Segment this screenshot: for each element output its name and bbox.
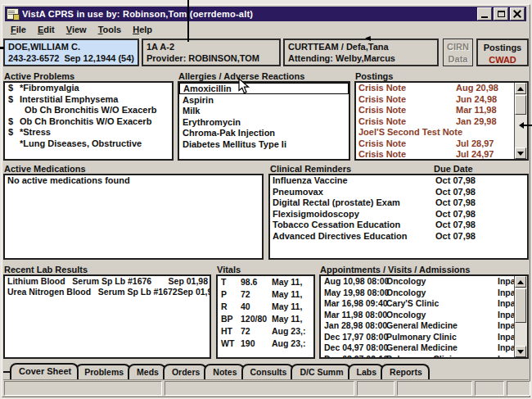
posting-row[interactable]: Crisis NoteAug 20,98	[356, 83, 527, 94]
tab-dc-summ[interactable]: D/C Summ	[291, 364, 350, 379]
medications-empty-text: No active medications found	[5, 175, 262, 187]
tab-notes[interactable]: Notes	[204, 364, 244, 379]
appointment-row[interactable]: Jan 28,98 08:00General MedicineInpatie	[321, 320, 527, 332]
appointment-row[interactable]: Aug 10,98 08:00OncologyInpatie	[321, 276, 527, 288]
patient-location: 1A A-2	[147, 41, 276, 52]
reminder-row[interactable]: Tobacco Cessation EducationOct 07,98	[270, 220, 527, 231]
patient-name: DOE,WILLIAM C.	[8, 41, 134, 52]
close-button[interactable]	[510, 7, 525, 20]
cirn-data-button[interactable]: CIRN Data	[443, 39, 473, 66]
postings-list[interactable]: Crisis NoteAug 20,98 Crisis NoteJun 24,9…	[354, 81, 529, 161]
problem-row[interactable]: $Interstitial Emphysema	[5, 94, 172, 106]
posting-text: Crisis Note	[358, 149, 406, 159]
reminder-row[interactable]: PneumovaxOct 07,98	[270, 187, 527, 198]
vital-row[interactable]: WT190Aug 23,:	[218, 338, 313, 350]
problem-row[interactable]: $Ob Ch Bronchitis W/O Exacerb	[5, 116, 172, 128]
tab-problems[interactable]: Problems	[75, 364, 131, 379]
vital-row[interactable]: BP120/80May 11,	[218, 313, 313, 325]
patient-provider: Provider: ROBINSON,TOM	[147, 52, 276, 64]
vital-row[interactable]: HT72Aug 23,:	[218, 325, 313, 338]
problem-text: *Fibromyalgia	[20, 83, 79, 93]
tab-labs[interactable]: Labs	[348, 364, 385, 379]
posting-row[interactable]: Crisis NoteJan 29,98	[356, 116, 527, 128]
primary-care-button[interactable]: CURTTEAM / Defa,Tana Attending: Welby,Ma…	[283, 39, 439, 66]
vitals-list[interactable]: T98.6May 11, P72May 11, R40May 11, BP120…	[216, 274, 315, 359]
posting-row[interactable]: Crisis NoteJul 24,97	[356, 149, 527, 161]
reminder-row[interactable]: Digital Rectal (prostate) ExamOct 07,98	[270, 197, 527, 209]
problem-row[interactable]: $*Fibromyalgia	[5, 83, 172, 94]
scrollbar-thumb[interactable]	[515, 288, 526, 323]
appointment-row[interactable]: Mar 11,98 08:00OncologyInpatie	[321, 310, 527, 321]
arrow-down-icon	[517, 152, 524, 156]
appointments-scrollbar[interactable]	[514, 276, 527, 357]
recent-labs-list[interactable]: Lithium Blood Serum Sp Lb #1676Sep 01,98…	[3, 274, 211, 359]
menu-tools[interactable]: Tools	[92, 24, 128, 35]
menu-file[interactable]: File	[5, 24, 32, 35]
appointment-row[interactable]: Dec 04,97 08:00General MedicineInpatie	[321, 342, 527, 354]
vital-date: May 11,	[272, 288, 302, 301]
status-panel	[507, 381, 530, 396]
posting-row[interactable]: Crisis NoteMar 11,98	[356, 105, 527, 116]
vital-row[interactable]: R40May 11,	[218, 301, 313, 313]
posting-row[interactable]: Crisis NoteJul 28,97	[356, 138, 527, 150]
title-bar: VistA CPRS in use by: Robinson,Tom (oerr…	[5, 7, 526, 21]
tab-meds[interactable]: Meds	[128, 364, 166, 379]
reminder-text: Influenza Vaccine	[273, 175, 348, 185]
tab-cover-sheet[interactable]: Cover Sheet	[10, 363, 79, 379]
lab-row[interactable]: Lithium Blood Serum Sp Lb #1676Sep 01,98	[5, 276, 210, 287]
appointment-row[interactable]: Dec 03,97 09:10Pulmonary ClinicInpatie	[321, 354, 527, 360]
postings-scrollbar[interactable]	[514, 83, 527, 159]
visit-location-button[interactable]: 1A A-2 Provider: ROBINSON,TOM	[142, 39, 281, 66]
scroll-up-button[interactable]	[515, 276, 526, 288]
maximize-button[interactable]	[494, 7, 508, 20]
allergy-row[interactable]: Aspirin	[179, 95, 349, 107]
allergy-row[interactable]: Chroma-Pak Injection	[179, 128, 349, 139]
reminder-text: Tobacco Cessation Education	[273, 220, 400, 229]
lab-text: Lithium Blood Serum Sp Lb #1676	[7, 276, 151, 287]
allergies-list[interactable]: Amoxicillin Aspirin Milk Erythromycin Ch…	[178, 81, 350, 161]
appointment-row[interactable]: Mar 16,98 09:40Cary'S ClinicInpatie	[321, 298, 527, 310]
active-problems-list[interactable]: $*Fibromyalgia $Interstitial Emphysema O…	[3, 81, 174, 161]
problem-row[interactable]: *Lung Diseases, Obstructive	[5, 138, 172, 150]
vital-row[interactable]: P72May 11,	[218, 288, 313, 301]
mouse-cursor-icon	[238, 78, 250, 97]
reminder-row[interactable]: FlexisigmoidoscopyOct 07,98	[270, 209, 527, 220]
posting-row[interactable]: Joel'S Second Test Note	[356, 127, 527, 138]
arrow-up-icon	[517, 87, 524, 91]
vital-row[interactable]: T98.6May 11,	[218, 276, 313, 288]
posting-row[interactable]: Crisis NoteJun 24,98	[356, 94, 527, 106]
problem-row[interactable]: $*Stress	[5, 127, 172, 138]
menu-edit[interactable]: Edit	[32, 24, 61, 35]
menu-view[interactable]: View	[61, 24, 92, 35]
minimize-button[interactable]	[477, 7, 492, 20]
appointments-list[interactable]: Aug 10,98 08:00OncologyInpatie May 19,98…	[319, 274, 529, 359]
scroll-up-button[interactable]	[515, 83, 526, 94]
allergy-row[interactable]: Erythromycin	[179, 117, 349, 129]
tab-consults[interactable]: Consults	[241, 364, 295, 379]
allergy-row[interactable]: Milk	[179, 106, 349, 117]
recent-labs-title: Recent Lab Results	[4, 265, 88, 274]
tab-orders[interactable]: Orders	[163, 364, 207, 379]
appointment-row[interactable]: May 19,98 08:00OncologyInpatie	[321, 288, 527, 299]
scroll-down-button[interactable]	[515, 346, 526, 357]
reminder-row[interactable]: Influenza VaccineOct 07,98	[270, 175, 527, 187]
reminder-row[interactable]: Advanced Directives EducationOct 07,98	[270, 231, 527, 243]
menu-help[interactable]: Help	[127, 24, 158, 35]
active-medications-list[interactable]: No active medications found	[3, 174, 264, 260]
annotation-dash	[0, 47, 4, 49]
patient-id-button[interactable]: DOE,WILLIAM C. 243-23-6572 Sep 12,1944 (…	[3, 39, 139, 66]
tab-reports[interactable]: Reports	[381, 364, 430, 379]
allergy-row[interactable]: Diabetes Mellitus Type Ii	[179, 139, 349, 151]
clinical-reminders-title: Clinical Reminders	[270, 164, 351, 174]
cirn-label-1: CIRN	[447, 41, 469, 53]
appointment-row[interactable]: Dec 17,97 08:00Pulmonary ClinicInpatie	[321, 332, 527, 343]
lab-row[interactable]: Urea Nitrogen Blood Serum Sp Lb #1672Sep…	[5, 287, 210, 297]
postings-cwad-button[interactable]: Postings CWAD	[476, 39, 529, 66]
clinical-reminders-list[interactable]: Influenza VaccineOct 07,98 PneumovaxOct …	[268, 174, 529, 260]
reminder-text: Advanced Directives Education	[273, 231, 407, 241]
allergy-row-selected[interactable]: Amoxicillin	[179, 83, 349, 94]
scrollbar-thumb[interactable]	[515, 95, 526, 115]
problem-row[interactable]: Ob Ch Bronchitis W/O Exacerb	[5, 105, 172, 116]
scroll-down-button[interactable]	[515, 147, 526, 159]
problem-text: *Stress	[20, 127, 51, 137]
